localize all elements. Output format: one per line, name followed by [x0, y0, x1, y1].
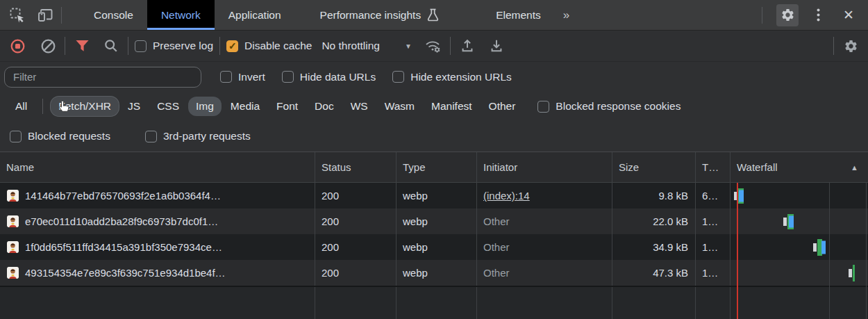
throttling-value: No throttling — [322, 40, 380, 52]
waterfall-bar — [853, 265, 855, 281]
initiator-link[interactable]: (index):14 — [483, 190, 530, 202]
tabbar-right-divider — [762, 7, 762, 24]
request-time: 1… — [696, 260, 731, 286]
waterfall-bar — [739, 190, 744, 202]
type-filter-img[interactable]: Img — [188, 97, 222, 116]
type-filter-wasm[interactable]: Wasm — [377, 97, 422, 116]
inspect-element-icon[interactable] — [7, 0, 28, 30]
column-header-type[interactable]: Type — [397, 152, 477, 182]
preserve-log-checkbox[interactable] — [135, 40, 147, 52]
blocked-response-cookies-checkbox[interactable] — [537, 101, 549, 113]
blocked-requests-label: Blocked requests — [28, 130, 110, 142]
request-status: 200 — [315, 260, 397, 286]
toolbar-divider — [833, 37, 834, 55]
image-thumbnail-icon — [7, 267, 19, 279]
disable-cache-label: Disable cache — [244, 40, 312, 52]
kebab-menu-icon[interactable] — [807, 4, 829, 26]
type-filter-other[interactable]: Other — [481, 97, 524, 116]
tab-elements[interactable]: Elements — [482, 0, 555, 30]
invert-label: Invert — [238, 71, 265, 83]
type-filter-font[interactable]: Font — [269, 97, 306, 116]
invert-checkbox[interactable] — [220, 71, 232, 83]
device-toolbar-icon[interactable] — [35, 0, 56, 30]
request-name: e70ec011d10add2ba28f9c6973b7dc0f1… — [25, 215, 218, 227]
toolbar-divider — [128, 37, 128, 55]
column-header-waterfall[interactable]: Waterfall ▲ — [731, 152, 868, 182]
toolbar-divider — [450, 37, 451, 55]
type-filter-all[interactable]: All — [8, 97, 35, 116]
third-party-requests-toggle[interactable]: 3rd-party requests — [145, 130, 251, 142]
request-type: webp — [397, 234, 477, 260]
settings-gear-icon[interactable] — [776, 4, 799, 26]
network-toolbar: Preserve log Disable cache No throttling… — [0, 31, 868, 62]
toolbar-divider — [65, 37, 65, 55]
tab-network[interactable]: Network — [147, 0, 215, 30]
type-filter-media[interactable]: Media — [223, 97, 267, 116]
clear-icon[interactable] — [37, 35, 58, 56]
image-thumbnail-icon — [7, 215, 19, 227]
search-icon[interactable] — [101, 35, 122, 56]
filter-input[interactable] — [4, 67, 201, 88]
type-filter-doc[interactable]: Doc — [307, 97, 342, 116]
request-name: 1f0dd65f511ffd34415a391bf350e7934ce… — [25, 241, 222, 253]
tab-performance-insights[interactable]: Performance insights — [306, 0, 453, 30]
blocked-requests-toggle[interactable]: Blocked requests — [10, 130, 110, 142]
hide-extension-urls-toggle[interactable]: Hide extension URLs — [392, 71, 512, 83]
disable-cache-toggle[interactable]: Disable cache — [226, 40, 312, 52]
sort-ascending-icon[interactable]: ▲ — [851, 163, 858, 172]
throttling-select[interactable]: No throttling ▼ — [322, 40, 411, 52]
import-har-icon[interactable] — [457, 35, 478, 56]
hide-data-urls-checkbox[interactable] — [282, 71, 294, 83]
load-event-red-line — [737, 183, 738, 319]
preserve-log-label: Preserve log — [153, 40, 213, 52]
type-filter-ws[interactable]: WS — [343, 97, 376, 116]
disable-cache-checkbox[interactable] — [226, 40, 238, 52]
typebar-divider — [42, 99, 43, 114]
blocked-response-cookies-toggle[interactable]: Blocked response cookies — [537, 100, 681, 113]
column-header-initiator[interactable]: Initiator — [477, 152, 612, 182]
table-header-row: Name Status Type Initiator Size T… Water… — [0, 152, 868, 183]
waterfall-gridline — [866, 183, 867, 319]
type-filter-fetch-xhr[interactable]: Fetch/XHR — [51, 97, 119, 116]
network-settings-gear-icon[interactable] — [840, 35, 861, 56]
column-header-name[interactable]: Name — [0, 152, 315, 182]
hide-extension-urls-checkbox[interactable] — [392, 71, 404, 83]
more-tabs-chevron-icon[interactable]: » — [555, 0, 576, 30]
export-har-icon[interactable] — [486, 35, 507, 56]
close-icon[interactable]: ✕ — [837, 4, 860, 26]
chevron-down-icon: ▼ — [405, 42, 412, 50]
devtools-tabbar: Console Network Application Performance … — [0, 0, 868, 31]
type-filter-js[interactable]: JS — [120, 97, 148, 116]
hide-data-urls-toggle[interactable]: Hide data URLs — [282, 71, 376, 83]
waterfall-bar — [783, 218, 787, 226]
column-header-time[interactable]: T… — [696, 152, 731, 182]
waterfall-cell — [731, 183, 868, 208]
blocked-requests-checkbox[interactable] — [10, 131, 22, 142]
column-header-status[interactable]: Status — [315, 152, 397, 182]
initiator-text: Other — [483, 215, 510, 227]
record-icon[interactable] — [7, 35, 28, 56]
funnel-icon[interactable] — [72, 35, 92, 56]
hide-extension-urls-label: Hide extension URLs — [410, 71, 512, 83]
wifi-gear-icon[interactable] — [423, 35, 444, 56]
hide-data-urls-label: Hide data URLs — [300, 71, 376, 83]
invert-toggle[interactable]: Invert — [220, 71, 265, 83]
request-name: 493154354e7e89c3f639c751e934d1be4f… — [25, 267, 226, 279]
third-party-requests-checkbox[interactable] — [145, 131, 157, 142]
tab-application[interactable]: Application — [215, 0, 295, 30]
preserve-log-toggle[interactable]: Preserve log — [135, 40, 213, 52]
tabbar-divider — [61, 7, 62, 24]
type-filter-manifest[interactable]: Manifest — [424, 97, 480, 116]
request-time: 1… — [696, 208, 731, 234]
waterfall-cell — [731, 208, 868, 234]
tabbar-leading-icons — [0, 0, 56, 30]
column-header-size[interactable]: Size — [612, 152, 696, 182]
tab-console[interactable]: Console — [80, 0, 147, 30]
waterfall-cell — [731, 234, 868, 260]
devtools-network-panel: Console Network Application Performance … — [0, 0, 868, 319]
request-filter-row: Blocked requests 3rd-party requests — [0, 121, 868, 152]
tabbar-trailing: ✕ — [756, 0, 868, 30]
tab-network-label: Network — [161, 9, 201, 22]
request-size: 9.8 kB — [612, 183, 696, 208]
type-filter-css[interactable]: CSS — [149, 97, 187, 116]
